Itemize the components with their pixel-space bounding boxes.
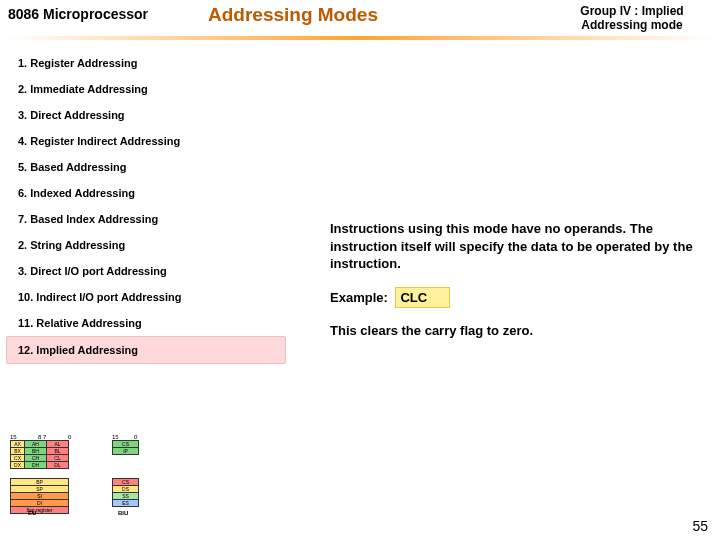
diag-eu-label: EU <box>28 510 36 516</box>
addressing-modes-list: 1. Register Addressing2. Immediate Addre… <box>6 50 306 364</box>
mode-item: 2. String Addressing <box>6 232 306 258</box>
mode-item: 10. Indirect I/O port Addressing <box>6 284 306 310</box>
header-subject: 8086 Microprocessor <box>8 4 198 22</box>
mode-item: 12. Implied Addressing <box>6 336 286 364</box>
mode-item: 11. Relative Addressing <box>6 310 306 336</box>
example-line: Example: CLC <box>330 287 704 309</box>
header-group-line2: Addressing mode <box>581 18 682 32</box>
header-divider <box>6 36 714 40</box>
diag-biu-label: BIU <box>118 510 128 516</box>
example-result: This clears the carry flag to zero. <box>330 322 704 340</box>
slide-title: Addressing Modes <box>198 4 552 26</box>
diag-segment-regs: CSDSSSES <box>112 478 139 507</box>
mode-item: 6. Indexed Addressing <box>6 180 306 206</box>
mode-description: Instructions using this mode have no ope… <box>330 220 704 273</box>
mode-item: 2. Immediate Addressing <box>6 76 306 102</box>
mode-item: 1. Register Addressing <box>6 50 306 76</box>
header-group-line1: Group IV : Implied <box>580 4 683 18</box>
cpu-register-diagram: 15 8 7 0 AXAHALBXBHBLCXCHCLDXDHDL 15 0 C… <box>8 438 168 514</box>
header-group: Group IV : Implied Addressing mode <box>552 4 712 33</box>
example-code: CLC <box>395 287 450 309</box>
page-number: 55 <box>692 518 708 534</box>
example-label: Example: <box>330 290 388 305</box>
mode-item: 3. Direct Addressing <box>6 102 306 128</box>
mode-item: 7. Based Index Addressing <box>6 206 306 232</box>
mode-item: 5. Based Addressing <box>6 154 306 180</box>
diag-general-regs: AXAHALBXBHBLCXCHCLDXDHDL <box>10 440 69 469</box>
diag-pointer-regs: BPSPSIDIflag register <box>10 478 69 514</box>
diag-instruction-regs: CSIP <box>112 440 139 455</box>
mode-item: 3. Direct I/O port Addressing <box>6 258 306 284</box>
mode-item: 4. Register Indirect Addressing <box>6 128 306 154</box>
